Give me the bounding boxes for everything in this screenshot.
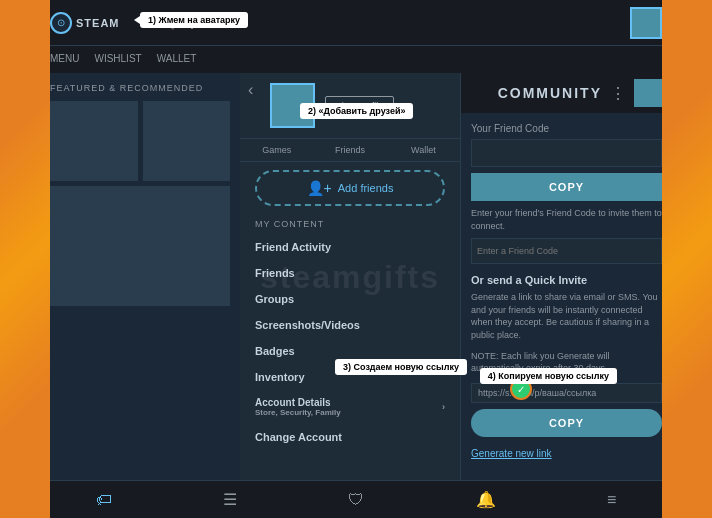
left-panel: FEATURED & RECOMMENDED — [40, 73, 240, 480]
annotation-3: 3) Создаем новую ссылку — [335, 359, 467, 375]
copy-link-button[interactable]: COPY — [471, 409, 662, 437]
invite-link-url: https://s.team/p/ваша/ссылка — [471, 383, 662, 403]
middle-panel: ‹ steamgifts View Profile 2) «Добавить д… — [240, 73, 460, 480]
steam-logo-text: STEAM — [76, 17, 120, 29]
bottom-nav: 🏷 ☰ 🛡 🔔 ≡ — [40, 480, 672, 518]
wallet-tab[interactable]: WALLET — [157, 53, 197, 66]
check-icon: ✓ — [517, 384, 525, 395]
main-wrapper: ⊙ STEAM 🔍 ⋮ 1) Жмем на аватарку MENU WIS… — [40, 0, 672, 518]
back-arrow-icon[interactable]: ‹ — [248, 81, 253, 99]
add-friends-icon: 👤+ — [307, 180, 332, 196]
bottom-nav-bell-icon[interactable]: 🔔 — [476, 490, 496, 509]
featured-card-tall[interactable] — [50, 186, 230, 306]
quick-invite-label: Or send a Quick Invite — [471, 274, 662, 286]
bottom-nav-tag-icon[interactable]: 🏷 — [96, 491, 112, 509]
invite-description: Enter your friend's Friend Code to invit… — [471, 207, 662, 232]
wishlist-tab[interactable]: WISHLIST — [94, 53, 141, 66]
right-panel: COMMUNITY ⋮ Your Friend Code COPY Enter … — [460, 73, 672, 480]
bottom-nav-menu-icon[interactable]: ≡ — [607, 491, 616, 509]
community-content: Your Friend Code COPY Enter your friend'… — [461, 113, 672, 471]
community-header: COMMUNITY ⋮ — [461, 73, 672, 113]
featured-label: FEATURED & RECOMMENDED — [50, 83, 230, 93]
friends-tab[interactable]: Friends — [313, 139, 386, 161]
steam-header: ⊙ STEAM 🔍 ⋮ 1) Жмем на аватарку — [40, 0, 672, 45]
tooltip-2: 2) «Добавить друзей» — [300, 103, 413, 119]
wallet-tab[interactable]: Wallet — [387, 139, 460, 161]
menu-tab[interactable]: MENU — [50, 53, 79, 66]
menu-items: Friend Activity Friends Groups Screensho… — [240, 234, 460, 450]
menu-item-groups[interactable]: Groups — [240, 286, 460, 312]
menu-item-account[interactable]: Account Details Store, Security, Family … — [240, 390, 460, 424]
featured-card-2[interactable] — [143, 101, 231, 181]
content-area: FEATURED & RECOMMENDED ‹ steamgifts View… — [40, 73, 672, 480]
featured-card-1[interactable] — [50, 101, 138, 181]
copy-friend-code-button[interactable]: COPY — [471, 173, 662, 201]
generate-new-link-button[interactable]: Generate new link — [471, 448, 552, 459]
menu-item-change-account[interactable]: Change Account — [240, 424, 460, 450]
games-tab[interactable]: Games — [240, 139, 313, 161]
nav-tabs: MENU WISHLIST WALLET — [40, 45, 672, 73]
enter-friend-code-input[interactable] — [471, 238, 662, 264]
community-more-icon[interactable]: ⋮ — [610, 84, 626, 103]
tooltip-1: 1) Жмем на аватарку — [140, 12, 248, 28]
quick-invite-desc: Generate a link to share via email or SM… — [471, 291, 662, 341]
featured-cards — [50, 101, 230, 181]
my-content-label: MY CONTENT — [240, 214, 460, 234]
menu-item-screenshots[interactable]: Screenshots/Videos — [240, 312, 460, 338]
header-avatar[interactable] — [630, 7, 662, 39]
steam-logo-icon: ⊙ — [50, 12, 72, 34]
community-avatar[interactable] — [634, 79, 662, 107]
steam-logo: ⊙ STEAM — [50, 12, 120, 34]
community-title: COMMUNITY — [471, 85, 602, 101]
menu-item-friends[interactable]: Friends — [240, 260, 460, 286]
menu-item-friend-activity[interactable]: Friend Activity — [240, 234, 460, 260]
annotation-4: 4) Копируем новую ссылку — [480, 368, 617, 384]
mid-tabs: Games Friends Wallet — [240, 138, 460, 162]
add-friends-button[interactable]: 👤+ Add friends — [255, 170, 445, 206]
friend-code-display — [471, 139, 662, 167]
bottom-nav-shield-icon[interactable]: 🛡 — [348, 491, 364, 509]
friend-code-label: Your Friend Code — [471, 123, 662, 134]
bottom-nav-list-icon[interactable]: ☰ — [223, 490, 237, 509]
